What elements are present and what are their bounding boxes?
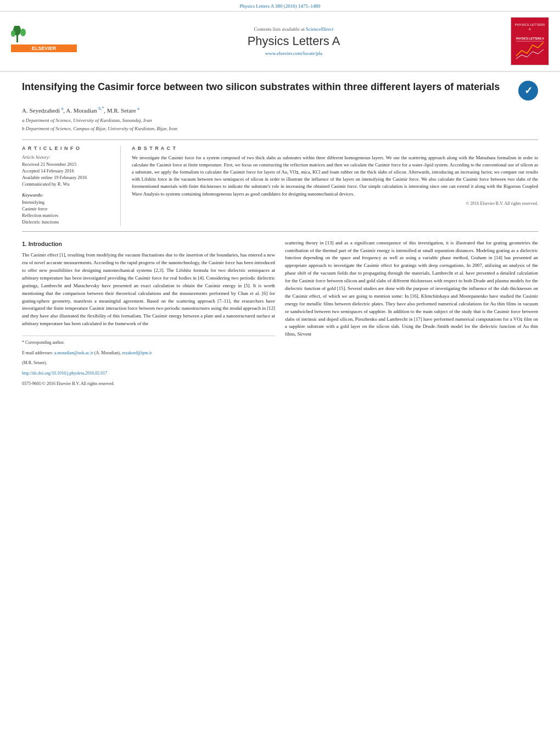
body-col-right: scattering theory in [13] and as a signi… <box>285 239 538 391</box>
issn-line: 0375-9601/© 2016 Elsevier B.V. All right… <box>22 381 275 388</box>
svg-text:ELSEVIER: ELSEVIER <box>32 46 57 51</box>
journal-citation: Physics Letters A 380 (2016) 1475–1480 <box>239 3 320 9</box>
contents-label: Contents lists available at <box>254 26 305 32</box>
email-author1: (A. Moradian), <box>94 350 122 355</box>
body-two-col: 1. Introduction The Casimir effect [1], … <box>22 239 538 391</box>
email-note-2: (M.R. Setare). <box>22 360 275 367</box>
cover-title: PHYSICS LETTERS A <box>511 21 548 34</box>
email-link-2[interactable]: rezakord@ipm.ir <box>122 350 152 355</box>
article-info-abstract: A R T I C L E I N F O Article history: R… <box>22 140 538 232</box>
keyword-3: Reflection matrices <box>22 213 113 218</box>
article-content: Intensifying the Casimir force between t… <box>0 72 560 401</box>
journal-center: Contents lists available at ScienceDirec… <box>82 26 505 56</box>
accepted-date: Accepted 14 February 2016 <box>22 168 113 174</box>
elsevier-logo: ELSEVIER <box>11 26 77 57</box>
article-title: Intensifying the Casimir force between t… <box>22 81 513 93</box>
body-col-left: 1. Introduction The Casimir effect [1], … <box>22 239 275 391</box>
keyword-4: Dielectric functions <box>22 219 113 225</box>
intro-heading: 1. Introduction <box>22 239 275 249</box>
journal-title: Physics Letters A <box>82 34 505 48</box>
svg-rect-0 <box>11 26 77 47</box>
email-link-1[interactable]: a.moradian@uok.ac.ir <box>54 350 93 355</box>
title-section: Intensifying the Casimir force between t… <box>22 81 538 101</box>
corresponding-note: * Corresponding author. <box>22 339 275 347</box>
intro-para1: The Casimir effect [1], resulting from m… <box>22 252 275 328</box>
affil-a: a Department of Science, University of K… <box>22 117 538 125</box>
crossmark-logo[interactable]: ✓ <box>518 81 538 101</box>
article-info-heading: A R T I C L E I N F O <box>22 146 113 151</box>
article-info: A R T I C L E I N F O Article history: R… <box>22 146 121 226</box>
communicated-by: Communicated by R. Wu <box>22 181 113 187</box>
keywords-section: Keywords: Intensifying Casimir force Ref… <box>22 192 113 225</box>
history-label: Article history: <box>22 154 113 160</box>
footnote-area: * Corresponding author. E-mail addresses… <box>22 336 275 387</box>
copyright-line: © 2016 Elsevier B.V. All rights reserved… <box>132 201 538 206</box>
received-date: Received 21 November 2015 <box>22 161 113 167</box>
journal-url[interactable]: www.elsevier.com/locate/pla <box>82 51 505 56</box>
keywords-heading: Keywords: <box>22 192 113 198</box>
svg-text:PHYSICS LETTERS A: PHYSICS LETTERS A <box>516 37 544 40</box>
svg-point-4 <box>11 30 15 37</box>
abstract-heading: A B S T R A C T <box>132 146 538 151</box>
svg-point-3 <box>20 29 26 36</box>
sciencedirect-link[interactable]: ScienceDirect <box>306 26 333 32</box>
email-label: E-mail addresses: <box>22 350 54 355</box>
journal-cover: PHYSICS LETTERS A PHYSICS LETTERS A <box>511 17 549 65</box>
affiliations: a Department of Science, University of K… <box>22 117 538 133</box>
available-date: Available online 19 February 2016 <box>22 175 113 180</box>
authors-line: A. Seyedzahedi a, A. Moradian b,*, M.R. … <box>22 106 538 114</box>
intro-para2: scattering theory in [13] and as a signi… <box>285 239 538 339</box>
keyword-1: Intensifying <box>22 199 113 205</box>
doi-line[interactable]: http://dx.doi.org/10.1016/j.physleta.201… <box>22 370 275 377</box>
top-bar: Physics Letters A 380 (2016) 1475–1480 <box>0 0 560 12</box>
email-note: E-mail addresses: a.moradian@uok.ac.ir (… <box>22 350 275 357</box>
journal-header: ELSEVIER Contents lists available at Sci… <box>0 12 560 72</box>
abstract-col: A B S T R A C T We investigate the Casim… <box>132 146 538 226</box>
keyword-2: Casimir force <box>22 206 113 211</box>
abstract-text: We investigate the Casimir force for a s… <box>132 154 538 198</box>
contents-line: Contents lists available at ScienceDirec… <box>82 26 505 32</box>
affil-b: b Department of Science, Campus of Bijar… <box>22 125 538 133</box>
